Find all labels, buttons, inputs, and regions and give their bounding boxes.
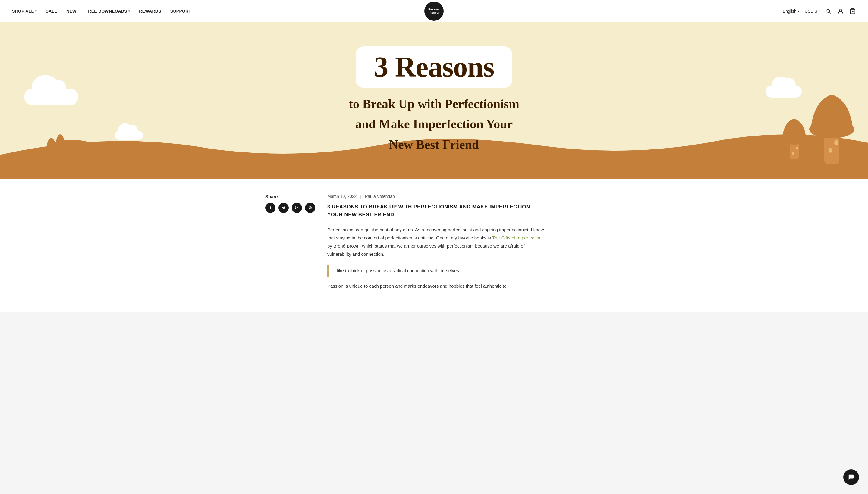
hero-title: 3 Reasons (374, 51, 494, 83)
svg-point-5 (55, 134, 65, 161)
cloud-right (765, 86, 802, 98)
article-paragraph-1: Perfectionism can get the best of any of… (327, 226, 544, 258)
share-pinterest-button[interactable] (305, 203, 315, 213)
main-nav: SHOP ALL ▾ SALE NEW FREE DOWNLOADS ▾ REW… (0, 0, 868, 22)
svg-point-9 (829, 148, 832, 153)
nav-left: SHOP ALL ▾ SALE NEW FREE DOWNLOADS ▾ REW… (12, 9, 191, 14)
mushroom-large-icon (808, 82, 856, 167)
svg-point-13 (796, 147, 798, 150)
svg-point-14 (792, 152, 794, 155)
chevron-down-icon: ▾ (798, 10, 799, 13)
svg-point-8 (834, 140, 838, 146)
cloud-bottom (114, 131, 143, 140)
hero-content: 3 Reasons to Break Up with Perfectionism… (349, 46, 519, 155)
logo-circle[interactable]: PassionPlanner (424, 1, 444, 21)
nav-free-downloads[interactable]: FREE DOWNLOADS ▾ (86, 9, 130, 14)
logo[interactable]: PassionPlanner (424, 1, 444, 21)
share-twitter-button[interactable] (278, 203, 289, 213)
article-date: March 10, 2022 (327, 194, 356, 199)
content-area: Share: (253, 179, 615, 312)
nav-support[interactable]: SUPPORT (170, 9, 191, 14)
share-label: Share: (265, 194, 315, 199)
article-separator: | (360, 194, 362, 199)
hero-subtitle: to Break Up with Perfectionism and Make … (349, 94, 519, 155)
gifts-imperfection-link[interactable]: The Gifts of Imperfection (492, 235, 541, 240)
currency-selector[interactable]: USD $ ▾ (805, 9, 820, 14)
article-paragraph-2: Passion is unique to each person and mar… (327, 282, 544, 290)
nav-shop-all[interactable]: SHOP ALL ▾ (12, 9, 37, 14)
share-sidebar: Share: (265, 194, 315, 297)
search-button[interactable] (825, 8, 832, 15)
mushroom-medium-icon (781, 113, 808, 161)
nav-sale[interactable]: SALE (46, 9, 57, 14)
svg-point-3 (109, 146, 157, 173)
nav-rewards[interactable]: REWARDS (139, 9, 161, 14)
article-title: 3 REASONS TO BREAK UP WITH PERFECTIONISM… (327, 203, 544, 218)
cloud-left (24, 89, 78, 105)
article-meta: March 10, 2022 | Paula Votendahl (327, 194, 544, 199)
chevron-down-icon: ▾ (128, 10, 130, 13)
chevron-down-icon: ▾ (818, 10, 820, 13)
nav-right: English ▾ USD $ ▾ (783, 8, 856, 15)
account-button[interactable] (837, 8, 844, 15)
share-icons (265, 203, 315, 213)
language-selector[interactable]: English ▾ (783, 9, 799, 14)
chevron-down-icon: ▾ (35, 10, 36, 13)
article-body: March 10, 2022 | Paula Votendahl 3 REASO… (327, 194, 544, 297)
title-card: 3 Reasons (356, 46, 512, 88)
hero-banner: 3 Reasons to Break Up with Perfectionism… (0, 22, 868, 179)
article-author: Paula Votendahl (365, 194, 396, 199)
nav-new[interactable]: NEW (66, 9, 77, 14)
svg-point-0 (840, 9, 842, 11)
logo-text: PassionPlanner (428, 8, 440, 15)
share-linkedin-button[interactable] (292, 203, 302, 213)
svg-point-16 (295, 206, 296, 207)
svg-point-4 (47, 138, 56, 162)
article-blockquote: I like to think of passion as a radical … (327, 265, 544, 277)
cart-button[interactable] (849, 8, 856, 15)
share-facebook-button[interactable] (265, 203, 275, 213)
